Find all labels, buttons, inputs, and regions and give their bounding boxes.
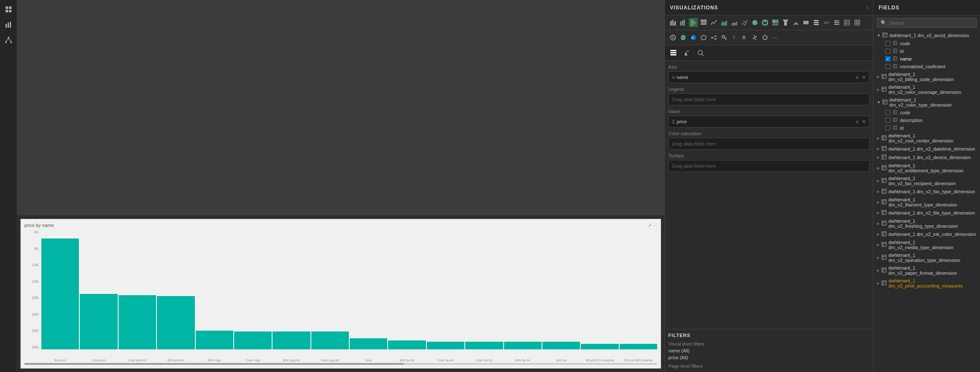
x-axis-label: Color print A3 <box>119 359 156 362</box>
viz-icon-treemap[interactable] <box>771 18 780 27</box>
field-group-header[interactable]: ▼dwhtenant_1 dm_v2_accid_dimension <box>873 31 980 40</box>
value-dropdown[interactable]: ∨ <box>855 119 859 124</box>
viz-icon-more[interactable]: ··· <box>771 33 780 42</box>
chart-bar[interactable] <box>350 338 387 349</box>
field-group-header[interactable]: ▶dwhtenant_1 dm_v2_entitlement_type_dime… <box>873 162 980 174</box>
chart-bar[interactable] <box>465 342 503 349</box>
viz-icon-decomp-tree[interactable] <box>709 33 719 42</box>
viz-icon-pie[interactable] <box>750 18 760 27</box>
viz-icon-bar-active[interactable] <box>689 18 698 27</box>
chart-bar[interactable] <box>504 342 542 349</box>
sidebar-icon-barchart[interactable] <box>3 19 14 31</box>
field-group-header[interactable]: ▶dwhtenant_1 dm_v2_finishing_type_dimens… <box>873 217 980 230</box>
field-group-header[interactable]: ▶dwhtenant_1 dm_v2_filament_type_dimensi… <box>873 196 980 209</box>
viz-icon-scatter[interactable] <box>740 18 749 27</box>
field-group-header[interactable]: ▶dwhtenant_1 dm_v2_media_type_dimension <box>873 238 980 251</box>
viz-icon-area[interactable] <box>719 18 729 27</box>
svg-marker-45 <box>783 20 789 26</box>
viz-icon-donut[interactable] <box>760 18 770 27</box>
chart-bar[interactable] <box>581 344 618 349</box>
field-group-header[interactable]: ▶dwhtenant_1 dm_v2_paper_format_dimensio… <box>873 264 980 277</box>
chart-bar[interactable] <box>234 331 272 349</box>
viz-icon-filled-map[interactable] <box>678 33 688 42</box>
value-remove[interactable]: ✕ <box>862 119 866 124</box>
viz-icon-qa[interactable]: ? <box>730 33 739 42</box>
color-saturation-well[interactable]: Drag data fields here <box>668 138 870 150</box>
field-item[interactable]: code <box>873 109 980 116</box>
field-group: ▶dwhtenant_1 dm_v2_fax_recipient_dimensi… <box>873 174 980 187</box>
chart-expand-icon[interactable]: ⤢ <box>648 223 652 228</box>
field-group-header[interactable]: ▶dwhtenant_1 dm_v2_datetime_dimension <box>873 145 980 153</box>
field-group-name: dwhtenant_1 dm_v2_datetime_dimension <box>888 146 975 151</box>
legend-well[interactable]: Drag data fields here <box>668 93 870 105</box>
viz-icon-stacked-area[interactable] <box>730 18 739 27</box>
chart-bar[interactable] <box>41 238 79 349</box>
sidebar-icon-grid[interactable] <box>3 3 14 15</box>
value-well[interactable]: Σ price ∨ ✕ <box>668 116 870 128</box>
field-group-header[interactable]: ▶dwhtenant_1 dm_v2_fax_recipient_dimensi… <box>873 174 980 187</box>
field-group-header[interactable]: ▶dwhtenant_1 dm_v2_operation_type_dimens… <box>873 251 980 264</box>
chart-bar[interactable] <box>542 342 580 349</box>
chart-bar[interactable] <box>620 344 657 349</box>
field-group-header[interactable]: ▶dwhtenant_1 dm_v2_print_accounting_meas… <box>873 277 980 290</box>
field-group-header[interactable]: ▶dwhtenant_1 dm_v2_ink_color_dimension <box>873 230 980 238</box>
viz-icon-map[interactable] <box>668 33 678 42</box>
chart-bar[interactable] <box>388 340 426 349</box>
field-item[interactable]: normalized_coeficient <box>873 63 980 70</box>
axis-well[interactable]: ≡ name ∨ ✕ <box>668 71 870 83</box>
chart-bar[interactable] <box>427 342 464 349</box>
search-input[interactable] <box>889 20 973 26</box>
viz-icon-line[interactable] <box>709 18 719 27</box>
field-group-header[interactable]: ▶dwhtenant_1 dm_v2_device_dimension <box>873 153 980 162</box>
tab-format[interactable] <box>682 48 692 58</box>
viz-icon-stacked-bar[interactable] <box>678 18 688 27</box>
field-item[interactable]: code <box>873 40 980 47</box>
scrollbar-horizontal[interactable] <box>24 363 657 365</box>
viz-icon-funnel[interactable] <box>781 18 790 27</box>
chart-more-icon[interactable]: ··· <box>653 223 657 228</box>
tab-fields[interactable] <box>668 48 678 58</box>
search-box[interactable]: 🔍 <box>877 18 977 28</box>
chart-bar[interactable] <box>273 331 310 349</box>
field-item[interactable]: id <box>873 124 980 132</box>
filter-name[interactable]: name (All) <box>668 348 690 353</box>
axis-remove[interactable]: ✕ <box>862 75 866 80</box>
viz-header-chevron[interactable]: › <box>866 5 868 11</box>
tooltips-well[interactable]: Drag data fields here <box>668 160 870 172</box>
viz-icon-bar[interactable] <box>668 18 678 27</box>
viz-icon-multi-row-card[interactable] <box>812 18 821 27</box>
field-group-header[interactable]: ▶dwhtenant_1 dm_v2_file_type_dimension <box>873 209 980 217</box>
field-group-header[interactable]: ▶dwhtenant_1 dm_v2_fax_type_dimension <box>873 187 980 196</box>
viz-icon-shape-map[interactable] <box>699 33 708 42</box>
field-item-name: name <box>900 56 912 61</box>
viz-icon-key-influencer[interactable] <box>719 33 729 42</box>
chart-bar[interactable] <box>311 331 349 349</box>
viz-icon-gauge[interactable] <box>791 18 800 27</box>
viz-icon-table2[interactable] <box>842 18 852 27</box>
chart-bar[interactable] <box>119 295 156 349</box>
viz-icon-kpi[interactable]: KPI <box>822 18 831 27</box>
axis-dropdown[interactable]: ∨ <box>855 75 859 80</box>
viz-icon-table[interactable] <box>699 18 708 27</box>
viz-icon-python[interactable] <box>750 33 760 42</box>
viz-icon-card[interactable]: 123 <box>801 18 811 27</box>
chart-bar[interactable] <box>80 294 117 349</box>
filter-price[interactable]: price (All) <box>668 355 688 360</box>
field-group-header[interactable]: ▶dwhtenant_1 dm_v2_cost_center_dimension <box>873 132 980 145</box>
field-group-header[interactable]: ▶dwhtenant_1 dm_v2_billing_code_dimensio… <box>873 70 980 83</box>
tab-analytics[interactable] <box>696 48 706 58</box>
viz-icon-azure-map[interactable]: A <box>689 33 698 42</box>
field-item[interactable]: description <box>873 116 980 124</box>
chart-bar[interactable] <box>196 331 233 349</box>
field-item[interactable]: ✓name <box>873 55 980 63</box>
field-group-header[interactable]: ▶dwhtenant_1 dm_v2_color_coverage_dimens… <box>873 83 980 96</box>
sidebar-icon-network[interactable] <box>3 34 14 46</box>
viz-icon-r-visual[interactable]: R <box>740 33 749 42</box>
chart-bar[interactable] <box>157 296 194 349</box>
bar-group[interactable] <box>41 238 657 349</box>
viz-icon-custom[interactable] <box>760 33 770 42</box>
field-item[interactable]: id <box>873 47 980 55</box>
field-group-header[interactable]: ▼dwhtenant_1 dm_v2_color_type_dimension <box>873 96 980 109</box>
viz-icon-slicer[interactable] <box>832 18 841 27</box>
viz-icon-matrix[interactable] <box>852 18 862 27</box>
